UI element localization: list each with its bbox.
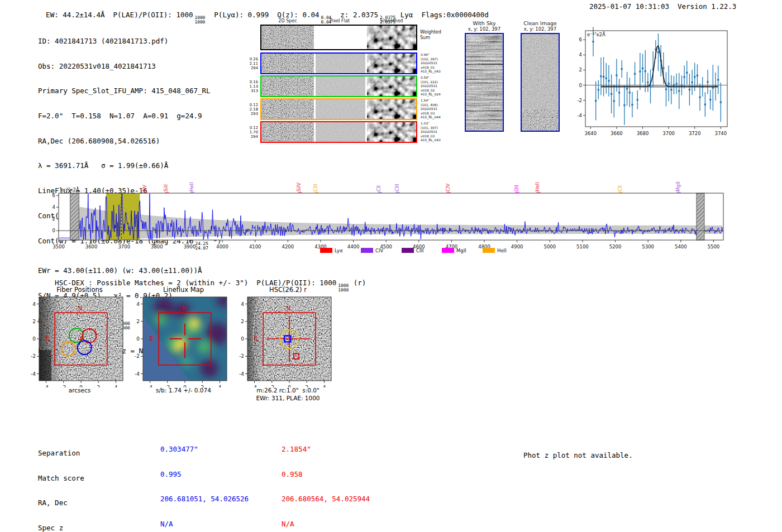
plot-shape (367, 99, 416, 119)
emission-line-brace: { (164, 190, 169, 195)
plot-shape (316, 122, 365, 142)
row-annotation-line: v018_03 (421, 135, 460, 139)
with-sky-xy: x, y: 102, 397 (459, 26, 509, 32)
x-tick-label: 3700 (662, 131, 675, 136)
row-annotation-line: v018_03 (421, 112, 460, 116)
weighted-sum-label: WeightedSum (420, 30, 441, 40)
fiber-xlabel: arcsecs (37, 387, 122, 394)
data-point (631, 104, 633, 106)
info-wavelength: λ = 3691.71Å σ = 1.99(±0.66)Å (38, 162, 222, 170)
data-point (691, 82, 693, 83)
data-point (623, 104, 625, 106)
legend-label: CIII (416, 248, 423, 253)
noise-panel (367, 26, 416, 49)
row-annotation-line: 20220531 (421, 84, 460, 89)
match-value: 0.303477" (160, 445, 249, 454)
y-tick-label: 4 (579, 52, 582, 57)
row-annotation: 1.03"(101, 397)20220531v018_03415_RL_043 (421, 122, 460, 143)
x-tick-label: 5000 (543, 244, 556, 250)
weighted-line: Weighted (420, 30, 441, 35)
noise-panel (367, 76, 416, 96)
data-point (709, 99, 711, 100)
line-fit-zoom-plot: 364036603680370037203740-4-20246e⁻¹⁷x2Å (570, 27, 744, 138)
match-value: N/A (282, 520, 370, 529)
hscdex-plae-fraction: 10001000 (338, 284, 349, 293)
with-sky-noise (466, 34, 503, 131)
y-tick-label: 4 (53, 204, 55, 210)
data-point (626, 88, 628, 89)
data-point (608, 80, 609, 82)
match-value: 0.995 (160, 471, 249, 479)
plot-shape (261, 54, 314, 73)
data-point (668, 83, 670, 84)
row-annotation: 1.54"(101, 406)20220531v018_03415_RL_044 (421, 99, 460, 120)
plot-shape (180, 356, 193, 368)
data-point (642, 68, 643, 69)
y-tick-label: -4 (31, 371, 36, 377)
strip-header-smoothed: Smoothed (366, 18, 417, 23)
noise-panel (316, 99, 365, 119)
x-tick-label: 3660 (611, 131, 623, 136)
units-annotation: e⁻¹⁷x2Å (61, 186, 79, 193)
x-tick-label: 5400 (675, 244, 687, 250)
data-point (605, 78, 607, 79)
x-tick-label: 4000 (216, 244, 228, 250)
legend-swatch (320, 248, 332, 253)
row-annotation-line: (101, 397) (421, 126, 460, 131)
noise-panel (261, 122, 314, 142)
info-id: ID: 4021841713 (4021841713.pdf) (38, 37, 222, 46)
data-point (673, 84, 675, 86)
data-point (712, 87, 714, 89)
row-annotation-line: 1.03" (421, 122, 460, 126)
emission-line-brace: { (377, 190, 382, 195)
row-left-value: 293 (235, 112, 258, 116)
info-obs: Obs: 20220531v018_4021841713 (38, 63, 222, 71)
hsc-cutout-plot: -4-4-2-2002244NE (231, 293, 340, 387)
spec2d-row (260, 98, 417, 120)
data-point (647, 82, 649, 83)
noise-panel (261, 54, 314, 73)
x-tick-label: 3680 (637, 131, 649, 136)
noise-panel (316, 54, 365, 73)
compass-north: N (182, 305, 186, 311)
y-tick-label: 2 (136, 319, 140, 324)
data-point (616, 74, 617, 76)
data-point (621, 68, 623, 70)
plot-shape (316, 99, 365, 119)
data-point (676, 83, 678, 84)
noise-panel (316, 26, 365, 49)
data-point (662, 67, 664, 69)
match-label: RA, Dec (38, 499, 101, 507)
noise-panel (261, 99, 314, 119)
plot-shape (190, 317, 200, 327)
emission-line-brace: { (189, 190, 194, 195)
data-point (697, 75, 698, 76)
row-left-value: 0.12 (235, 126, 258, 130)
x-tick-label: 4100 (249, 244, 261, 250)
row-annotation-line: 20220531 (421, 61, 460, 66)
match-value: 206.680564, 54.025944 (282, 495, 370, 504)
clean-image-cutout (521, 33, 560, 132)
x-tick-label: 4200 (282, 244, 294, 250)
match-table-col2: 2.1854" 0.958 206.680564, 54.025944 N/A … (282, 429, 370, 532)
row-left-value: 0.26 (235, 57, 258, 61)
y-tick-label: -4 (239, 371, 244, 377)
noise-panel (367, 122, 416, 142)
plot-shape (261, 26, 314, 49)
row-annotation-line: 20220531 (421, 130, 460, 135)
match-label: Spec z (38, 524, 101, 532)
data-point (681, 84, 683, 86)
x-tick-label: 4900 (511, 244, 523, 250)
masked-band (697, 193, 704, 240)
data-point (598, 89, 599, 90)
data-point (618, 92, 620, 93)
y-tick-label: 4 (241, 301, 244, 307)
x-tick-label: 3700 (118, 244, 130, 250)
x-tick-label: 4400 (347, 244, 360, 250)
match-value: 206.681051, 54.026526 (160, 495, 249, 504)
emission-line-brace: { (514, 190, 519, 195)
elixer-report-page: EW: 44.2±14.4Å P(LAE)/P(OII): 1000100010… (0, 0, 782, 532)
emission-line-brace: { (536, 190, 541, 195)
y-tick-label: 0 (579, 83, 582, 88)
spec2d-row (260, 75, 417, 97)
